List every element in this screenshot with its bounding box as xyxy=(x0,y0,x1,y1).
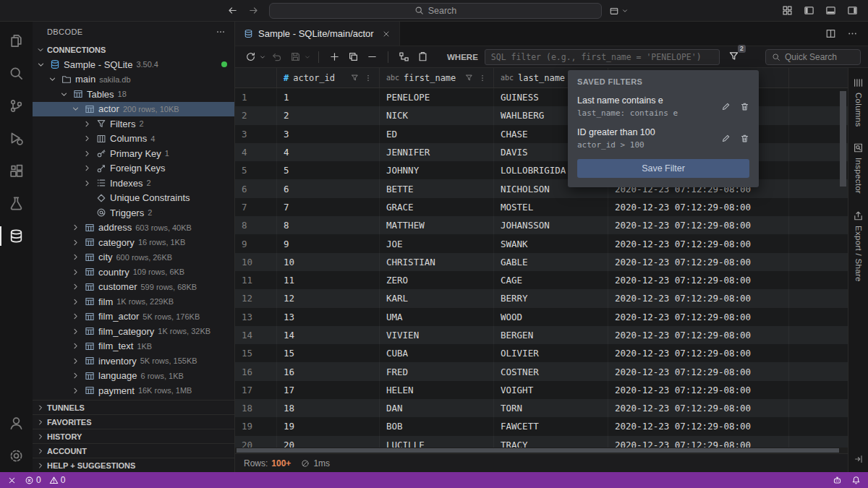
activity-account[interactable] xyxy=(0,407,33,440)
tree-item-foreign-keys[interactable]: Foreign Keys xyxy=(33,161,234,176)
table-row[interactable]: 1010CHRISTIANGABLE2020-12-23 07:12:29-08… xyxy=(235,253,848,271)
column-menu-icon[interactable] xyxy=(364,74,373,82)
cell[interactable]: DAN xyxy=(380,399,494,417)
panel-tab-columns[interactable]: Columns xyxy=(853,77,864,127)
section-favorites[interactable]: FAVORITES xyxy=(33,414,234,429)
delete-filter-icon[interactable] xyxy=(740,134,749,143)
cell[interactable]: 2020-12-23 07:12:29-08:00 xyxy=(608,234,789,252)
cell[interactable]: HELEN xyxy=(380,381,494,399)
tree-item-indexes[interactable]: Indexes2 xyxy=(33,176,234,191)
table-row[interactable]: 77GRACEMOSTEL2020-12-23 07:12:29-08:00 xyxy=(235,198,848,216)
table-row[interactable]: 1515CUBAOLIVIER2020-12-23 07:12:29-08:00 xyxy=(235,344,848,362)
tree-item-language[interactable]: language6 rows, 1KB xyxy=(33,369,234,384)
cell[interactable]: 3 xyxy=(277,125,380,143)
cell[interactable]: TRACY xyxy=(494,436,608,448)
tree-item-tables[interactable]: Tables18 xyxy=(33,87,234,102)
close-tab-icon[interactable] xyxy=(382,30,391,38)
saved-filter-item[interactable]: ID greater than 100actor_id > 100 xyxy=(577,127,749,150)
tree-item-payment[interactable]: payment16K rows, 1MB xyxy=(33,383,234,398)
notifications[interactable] xyxy=(851,476,861,485)
vertical-scrollbar[interactable] xyxy=(840,91,846,187)
tree-item-unique-constraints[interactable]: Unique Constraints xyxy=(33,191,234,206)
cell[interactable]: 2020-12-23 07:12:29-08:00 xyxy=(608,308,789,326)
session-menu-icon[interactable] xyxy=(609,6,619,16)
cell[interactable]: JENNIFER xyxy=(380,143,494,161)
cell[interactable]: 2020-12-23 07:12:29-08:00 xyxy=(608,362,789,380)
cell[interactable]: 2020-12-23 07:12:29-08:00 xyxy=(608,436,789,448)
cell[interactable]: COSTNER xyxy=(494,362,608,380)
table-row[interactable]: 1414VIVIENBERGEN2020-12-23 07:12:29-08:0… xyxy=(235,326,848,344)
panel-tab-inspector[interactable]: Inspector xyxy=(853,142,864,194)
tree-item-film-actor[interactable]: film_actor5K rows, 176KB xyxy=(33,309,234,325)
toggle-primary-sidebar-icon[interactable] xyxy=(804,5,814,16)
cell[interactable]: 17 xyxy=(277,381,380,399)
cell[interactable]: GRACE xyxy=(380,198,494,216)
cell[interactable]: SWANK xyxy=(494,234,608,252)
cell[interactable]: 9 xyxy=(277,234,380,252)
tree-item-columns[interactable]: Columns4 xyxy=(33,132,234,147)
table-row[interactable]: 88MATTHEWJOHANSSON2020-12-23 07:12:29-08… xyxy=(235,216,848,234)
cell[interactable]: KARL xyxy=(380,289,494,307)
duplicate-row-button[interactable] xyxy=(345,48,362,66)
activity-testing[interactable] xyxy=(0,187,33,220)
tree-item-film-category[interactable]: film_category1K rows, 32KB xyxy=(33,324,234,339)
table-row[interactable]: 1212KARLBERRY2020-12-23 07:12:29-08:00 xyxy=(235,289,848,307)
toggle-secondary-sidebar-icon[interactable] xyxy=(847,5,858,16)
cell[interactable]: CHRISTIAN xyxy=(380,253,494,271)
table-row[interactable]: 1111ZEROCAGE2020-12-23 07:12:29-08:00 xyxy=(235,271,848,289)
split-editor-icon[interactable] xyxy=(825,28,836,39)
chevron-down-icon[interactable] xyxy=(304,53,311,61)
more-actions-icon[interactable] xyxy=(847,28,858,39)
cell[interactable]: JOHNNY xyxy=(380,161,494,179)
column-header-actor-id[interactable]: #actor_id xyxy=(277,68,380,87)
cell[interactable]: 2020-12-23 07:12:29-08:00 xyxy=(608,271,789,289)
copilot[interactable] xyxy=(833,476,842,485)
cell[interactable]: GABLE xyxy=(494,253,608,271)
save-filter-button[interactable]: Save Filter xyxy=(577,159,749,178)
cell[interactable]: 19 xyxy=(277,417,380,435)
forward-arrow-icon[interactable] xyxy=(248,5,259,16)
edit-filter-icon[interactable] xyxy=(721,134,731,143)
saved-filters-button[interactable]: 2 xyxy=(728,51,739,64)
cell[interactable]: FAWCETT xyxy=(494,417,608,435)
diagram-button[interactable] xyxy=(396,48,412,66)
tree-item-filters[interactable]: Filters2 xyxy=(33,116,234,132)
cell[interactable]: 5 xyxy=(277,161,380,179)
cell[interactable]: JOHANSSON xyxy=(494,216,608,234)
activity-run-debug[interactable] xyxy=(0,122,33,155)
save-button[interactable] xyxy=(287,48,304,66)
cell[interactable]: MATTHEW xyxy=(380,216,494,234)
section-tunnels[interactable]: TUNNELS xyxy=(33,400,234,414)
cell[interactable]: CAGE xyxy=(494,271,608,289)
edit-filter-icon[interactable] xyxy=(721,102,731,111)
cell[interactable]: 1 xyxy=(277,88,380,106)
toggle-panel-icon[interactable] xyxy=(825,5,836,16)
tree-item-inventory[interactable]: inventory5K rows, 155KB xyxy=(33,354,234,369)
cell[interactable]: 16 xyxy=(277,362,380,380)
cell[interactable]: VOIGHT xyxy=(494,381,608,399)
cell[interactable]: 7 xyxy=(277,198,380,216)
quick-search-input[interactable]: Quick Search xyxy=(765,49,861,65)
section-account[interactable]: ACCOUNT xyxy=(33,443,234,458)
cell[interactable]: ED xyxy=(380,125,494,143)
cell[interactable]: LUCILLE xyxy=(380,436,494,448)
table-row[interactable]: 99JOESWANK2020-12-23 07:12:29-08:00 xyxy=(235,234,848,252)
cell[interactable]: BETTE xyxy=(380,179,494,197)
tree-item-country[interactable]: country109 rows, 6KB xyxy=(33,265,234,280)
column-header-first-name[interactable]: abcfirst_name xyxy=(380,68,494,87)
tree-item-film-text[interactable]: film_text1KB xyxy=(33,339,234,354)
cell[interactable]: 18 xyxy=(277,399,380,417)
table-row[interactable]: 1717HELENVOIGHT2020-12-23 07:12:29-08:00 xyxy=(235,381,848,399)
column-filter-icon[interactable] xyxy=(351,74,359,82)
cell[interactable]: WOOD xyxy=(494,308,608,326)
tree-item-film[interactable]: film1K rows, 229KB xyxy=(33,294,234,309)
cell[interactable]: JOE xyxy=(380,234,494,252)
cell[interactable]: OLIVIER xyxy=(494,344,608,362)
cell[interactable]: 8 xyxy=(277,216,380,234)
column-filter-icon[interactable] xyxy=(465,74,473,82)
cell[interactable]: PENELOPE xyxy=(380,88,494,106)
cell[interactable]: 2020-12-23 07:12:29-08:00 xyxy=(608,399,789,417)
cell[interactable]: UMA xyxy=(380,308,494,326)
activity-extensions[interactable] xyxy=(0,155,33,187)
editor-tab-actor[interactable]: Sample - SQLite/main/actor xyxy=(235,22,400,46)
